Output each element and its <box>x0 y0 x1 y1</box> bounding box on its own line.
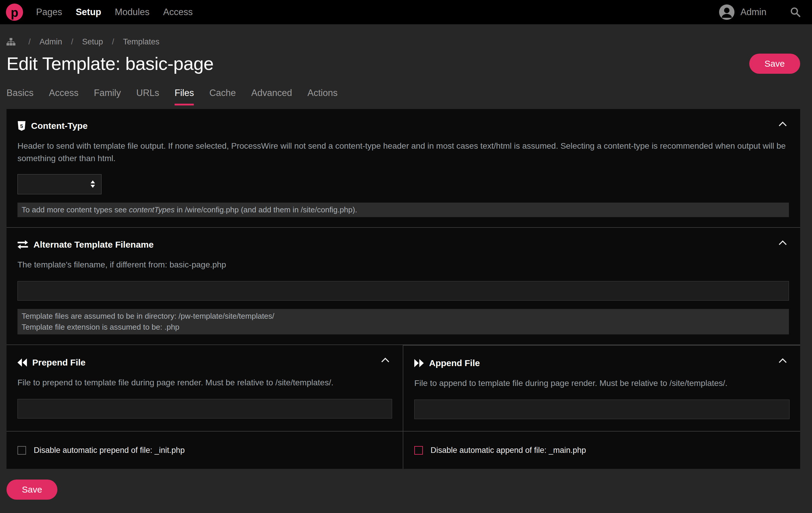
section-content-type-header: 5 Content-Type <box>18 121 789 131</box>
page-body: / Admin / Setup / Templates Edit Templat… <box>6 37 800 500</box>
processwire-logo[interactable]: p <box>6 4 23 21</box>
save-button-bottom[interactable]: Save <box>6 480 57 500</box>
section-description: File to append to template file during p… <box>414 377 789 389</box>
alternate-filename-input[interactable] <box>18 281 789 301</box>
search-icon[interactable] <box>790 7 801 18</box>
section-description: Header to send with template file output… <box>18 140 789 165</box>
up-down-arrows-icon <box>90 180 95 188</box>
section-description: File to prepend to template file during … <box>18 376 392 389</box>
section-description: The template's filename, if different fr… <box>18 259 789 271</box>
note-line: Template file extension is assumed to be… <box>22 322 785 333</box>
section-title: Prepend File <box>32 357 86 368</box>
disable-append-label: Disable automatic append of file: _main.… <box>431 446 586 455</box>
user-name-label: Admin <box>741 7 766 18</box>
tab-actions[interactable]: Actions <box>308 88 338 105</box>
section-alternate-header: Alternate Template Filename <box>18 240 789 250</box>
disable-prepend-cell: Disable automatic prepend of file: _init… <box>6 432 403 469</box>
disable-auto-files-row: Disable automatic prepend of file: _init… <box>6 431 800 469</box>
double-right-arrows-icon <box>414 359 424 367</box>
section-append-header: Append File <box>414 358 789 368</box>
nav-item-pages[interactable]: Pages <box>36 7 62 18</box>
chevron-up-icon[interactable] <box>778 240 787 246</box>
disable-append-cell: Disable automatic append of file: _main.… <box>403 432 800 469</box>
prepend-file-input[interactable] <box>18 399 392 418</box>
section-prepend-header: Prepend File <box>18 357 392 368</box>
disable-prepend-label: Disable automatic prepend of file: _init… <box>34 446 185 455</box>
page-title: Edit Template: basic-page <box>6 53 214 74</box>
breadcrumb-separator: / <box>112 37 114 47</box>
tab-family[interactable]: Family <box>94 88 121 105</box>
exchange-arrows-icon <box>18 240 28 249</box>
top-navbar: p Pages Setup Modules Access Admin <box>0 0 812 24</box>
chevron-up-icon[interactable] <box>778 358 787 363</box>
page-header: Edit Template: basic-page Save <box>6 53 800 74</box>
section-alternate-filename: Alternate Template Filename The template… <box>6 227 800 345</box>
chevron-up-icon[interactable] <box>778 122 787 127</box>
alternate-filename-notes: Template files are assumed to be in dire… <box>18 309 789 334</box>
content-type-select[interactable] <box>18 174 102 194</box>
svg-text:5: 5 <box>20 123 23 129</box>
section-append-file: Append File File to append to template f… <box>403 345 800 431</box>
section-prepend-file: Prepend File File to prepend to template… <box>6 345 403 431</box>
footer: Save <box>6 480 800 500</box>
tab-bar: Basics Access Family URLs Files Cache Ad… <box>6 88 800 105</box>
tab-access[interactable]: Access <box>49 88 79 105</box>
files-tab-panel: 5 Content-Type Header to send with templ… <box>6 109 800 469</box>
html5-shield-icon: 5 <box>18 121 26 131</box>
breadcrumb-setup[interactable]: Setup <box>82 37 103 47</box>
tab-cache[interactable]: Cache <box>209 88 236 105</box>
content-type-note: To add more content types see contentTyp… <box>18 202 789 217</box>
tab-urls[interactable]: URLs <box>137 88 160 105</box>
section-title: Alternate Template Filename <box>33 240 153 250</box>
note-line: Template files are assumed to be in dire… <box>22 311 785 322</box>
section-title: Content-Type <box>31 121 88 131</box>
sitemap-icon[interactable] <box>6 38 16 46</box>
section-content-type: 5 Content-Type Header to send with templ… <box>6 109 800 227</box>
tab-files[interactable]: Files <box>175 88 194 105</box>
nav-item-modules[interactable]: Modules <box>115 7 149 18</box>
breadcrumb-templates[interactable]: Templates <box>123 37 160 47</box>
chevron-up-icon[interactable] <box>381 357 390 363</box>
disable-prepend-checkbox[interactable] <box>18 446 26 455</box>
disable-append-checkbox[interactable] <box>414 446 423 455</box>
tab-advanced[interactable]: Advanced <box>251 88 292 105</box>
nav-item-setup[interactable]: Setup <box>76 7 101 18</box>
prepend-append-row: Prepend File File to prepend to template… <box>6 345 800 431</box>
note-text: in /wire/config.php (and add them in /si… <box>175 205 357 214</box>
note-text: To add more content types see <box>22 205 129 214</box>
save-button-top[interactable]: Save <box>749 54 800 74</box>
user-avatar-icon <box>719 4 735 21</box>
breadcrumb: / Admin / Setup / Templates <box>6 37 800 47</box>
logo-letter: p <box>11 6 18 19</box>
breadcrumb-separator: / <box>71 37 74 47</box>
nav-item-access[interactable]: Access <box>163 7 193 18</box>
breadcrumb-admin[interactable]: Admin <box>40 37 62 47</box>
section-title: Append File <box>429 358 480 368</box>
tab-basics[interactable]: Basics <box>6 88 33 105</box>
note-text-italic: contentTypes <box>129 205 175 214</box>
user-menu[interactable]: Admin <box>719 4 766 21</box>
append-file-input[interactable] <box>414 400 789 419</box>
double-left-arrows-icon <box>18 358 27 367</box>
breadcrumb-separator: / <box>28 37 31 47</box>
